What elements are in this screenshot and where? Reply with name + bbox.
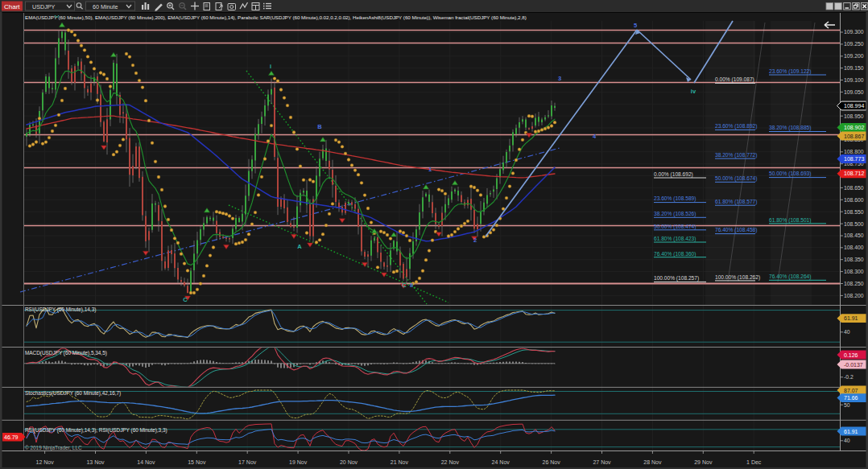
svg-text:108.350: 108.350: [844, 257, 864, 262]
svg-text:27 Nov: 27 Nov: [593, 459, 611, 465]
svg-text:109.150: 109.150: [844, 65, 864, 71]
svg-text:19 Nov: 19 Nov: [289, 459, 308, 465]
svg-text:50.00% (108.693): 50.00% (108.693): [769, 171, 811, 177]
svg-text:RSI(USDJPY (60 Minute),14,3): RSI(USDJPY (60 Minute),14,3): [25, 306, 96, 313]
svg-text:108.994: 108.994: [844, 103, 864, 109]
svg-text:108.950: 108.950: [844, 113, 864, 119]
svg-text:76.40% (108.264): 76.40% (108.264): [769, 274, 811, 280]
svg-text:108.300: 108.300: [844, 269, 864, 274]
svg-text:28 Nov: 28 Nov: [643, 459, 662, 465]
svg-text:40: 40: [844, 329, 850, 335]
svg-text:0.126: 0.126: [844, 352, 858, 358]
svg-text:108.600: 108.600: [844, 197, 864, 203]
svg-text:B: B: [317, 123, 322, 130]
svg-text:61.80% (108.423): 61.80% (108.423): [654, 236, 696, 242]
svg-text:71.66: 71.66: [844, 395, 858, 401]
svg-text:46.79: 46.79: [4, 434, 19, 440]
svg-text:RSI(USDJPY (60 Minute),14,3),: RSI(USDJPY (60 Minute),14,3), RSI(USDJPY…: [25, 427, 167, 434]
svg-text:i: i: [270, 63, 271, 70]
svg-text:26 Nov: 26 Nov: [543, 459, 561, 465]
svg-text:50.00% (108.474): 50.00% (108.474): [654, 224, 696, 230]
svg-text:38.20% (108.885): 38.20% (108.885): [769, 125, 811, 131]
svg-text:108.450: 108.450: [844, 232, 864, 238]
svg-text:40: 40: [844, 438, 850, 443]
svg-text:iv: iv: [691, 88, 696, 95]
svg-text:100.00% (108.262): 100.00% (108.262): [715, 274, 760, 281]
svg-text:108.200: 108.200: [844, 293, 864, 298]
svg-text:108.650: 108.650: [844, 185, 864, 191]
svg-text:14 Nov: 14 Nov: [137, 459, 155, 465]
svg-text:C: C: [183, 296, 188, 303]
svg-text:109.300: 109.300: [844, 29, 864, 35]
svg-text:61.80% (108.577): 61.80% (108.577): [715, 199, 757, 205]
svg-text:38.20% (108.772): 38.20% (108.772): [715, 152, 757, 158]
svg-text:2: 2: [473, 237, 477, 244]
svg-text:21 Nov: 21 Nov: [391, 459, 409, 465]
svg-text:23.60% (108.589): 23.60% (108.589): [654, 195, 696, 202]
svg-text:50.00% (108.674): 50.00% (108.674): [715, 175, 757, 182]
svg-text:38.20% (108.526): 38.20% (108.526): [654, 211, 696, 217]
svg-text:108.902: 108.902: [844, 125, 864, 130]
svg-text:22 Nov: 22 Nov: [441, 459, 460, 465]
svg-text:1: 1: [428, 166, 432, 173]
svg-text:108.712: 108.712: [844, 171, 864, 176]
svg-text:108.800: 108.800: [844, 149, 864, 154]
svg-text:-0.0137: -0.0137: [844, 362, 863, 368]
svg-text:108.550: 108.550: [844, 209, 864, 215]
svg-text:5: 5: [634, 22, 637, 29]
svg-text:USDJPY: USDJPY: [32, 3, 56, 10]
svg-text:76.40% (108.458): 76.40% (108.458): [715, 227, 757, 233]
svg-text:61.91: 61.91: [844, 429, 858, 434]
svg-text:108.500: 108.500: [844, 221, 864, 227]
svg-text:1 Dec: 1 Dec: [746, 459, 762, 465]
svg-text:108.400: 108.400: [844, 245, 864, 250]
svg-text:109.250: 109.250: [844, 41, 864, 47]
svg-text:13 Nov: 13 Nov: [86, 459, 105, 465]
svg-text:0.00% (109.087): 0.00% (109.087): [715, 76, 754, 83]
svg-text:15 Nov: 15 Nov: [188, 459, 206, 465]
svg-text:60 Minute: 60 Minute: [93, 3, 118, 10]
svg-text:-0.2: -0.2: [844, 374, 854, 380]
svg-text:61.91: 61.91: [844, 315, 858, 321]
svg-text:A: A: [297, 243, 302, 250]
svg-text:23.60% (108.892): 23.60% (108.892): [715, 123, 757, 130]
svg-text:108.250: 108.250: [844, 281, 864, 286]
svg-text:109.050: 109.050: [844, 89, 864, 95]
svg-text:12 Nov: 12 Nov: [36, 459, 55, 465]
svg-text:20 Nov: 20 Nov: [340, 459, 358, 465]
svg-text:MACD(USDJPY (60 Minute),5,34,5: MACD(USDJPY (60 Minute),5,34,5): [25, 350, 107, 356]
svg-text:109.200: 109.200: [844, 53, 864, 59]
svg-text:87.07: 87.07: [844, 388, 858, 393]
svg-text:C: C: [402, 282, 407, 289]
svg-text:76.40% (108.360): 76.40% (108.360): [654, 251, 696, 257]
svg-text:0.00% (108.692): 0.00% (108.692): [654, 171, 693, 178]
svg-text:17 Nov: 17 Nov: [238, 459, 257, 465]
svg-text:Chart: Chart: [4, 3, 20, 10]
svg-text:EMA(USDJPY (60 Minute),50), EM: EMA(USDJPY (60 Minute),50), EMA(USDJPY (…: [25, 14, 527, 20]
svg-text:24 Nov: 24 Nov: [492, 459, 510, 465]
svg-text:© 2019 NinjaTrader, LLC: © 2019 NinjaTrader, LLC: [25, 445, 82, 451]
svg-text:Stochastics(USDJPY (60 Minute): Stochastics(USDJPY (60 Minute),42,16,7): [25, 390, 121, 397]
svg-text:ii: ii: [410, 282, 413, 289]
svg-text:29 Nov: 29 Nov: [694, 459, 713, 465]
svg-text:109.100: 109.100: [844, 77, 864, 83]
svg-text:23.60% (109.122): 23.60% (109.122): [769, 68, 811, 75]
svg-text:61.80% (108.501): 61.80% (108.501): [769, 217, 811, 224]
svg-text:3: 3: [558, 75, 561, 82]
svg-text:100.00% (108.257): 100.00% (108.257): [654, 275, 699, 282]
svg-text:108.773: 108.773: [844, 156, 864, 162]
svg-text:50: 50: [844, 402, 850, 408]
svg-text:108.867: 108.867: [844, 134, 864, 139]
